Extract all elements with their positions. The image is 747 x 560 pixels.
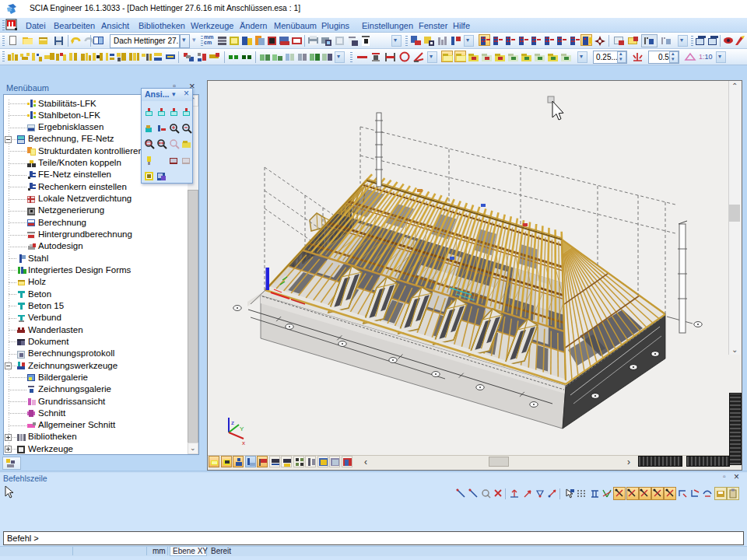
svg-text:z: z [231,419,234,426]
svg-text:Y: Y [240,425,244,432]
svg-text:x: x [242,439,245,446]
